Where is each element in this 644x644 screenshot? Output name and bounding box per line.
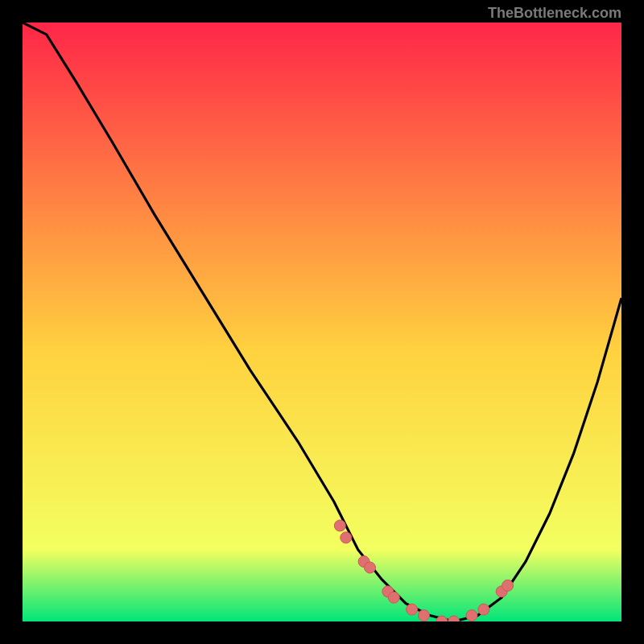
data-point <box>388 592 399 603</box>
data-point <box>407 604 418 615</box>
data-point <box>502 580 514 591</box>
attribution-text: TheBottleneck.com <box>488 5 621 22</box>
bottleneck-chart <box>23 23 621 621</box>
gradient-background <box>23 23 621 621</box>
data-point <box>466 610 477 621</box>
data-point <box>478 604 489 615</box>
data-point <box>334 520 345 531</box>
data-point <box>341 532 352 543</box>
data-point <box>418 610 429 621</box>
data-point <box>365 562 376 573</box>
